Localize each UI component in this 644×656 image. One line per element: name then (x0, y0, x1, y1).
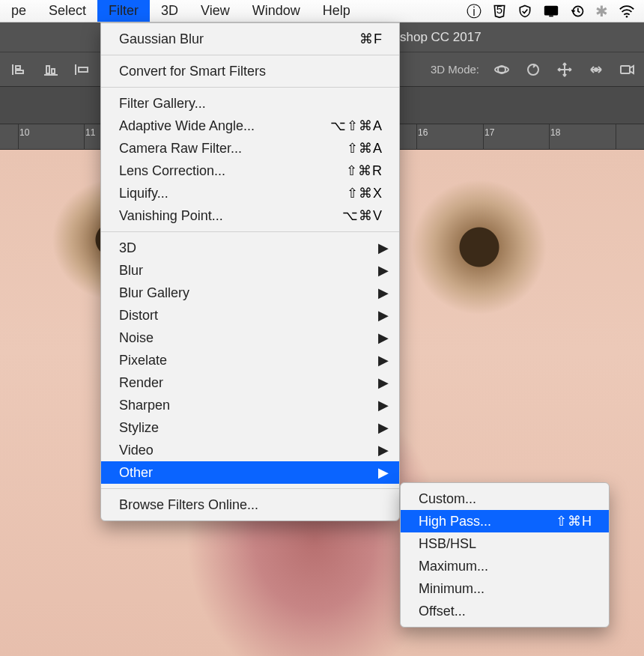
app-title: shop CC 2017 (400, 30, 482, 45)
submenu-item-high-pass[interactable]: High Pass...⇧⌘H (401, 510, 609, 532)
menu-item-lens-correction[interactable]: Lens Correction...⇧⌘R (101, 160, 399, 182)
html5-icon[interactable]: 5 (492, 4, 507, 19)
menubar-item-select[interactable]: Select (37, 0, 97, 22)
menu-item-stylize[interactable]: Stylize▶ (101, 416, 399, 439)
submenu-item-hsb-hsl[interactable]: HSB/HSL (401, 532, 609, 555)
menu-item-camera-raw[interactable]: Camera Raw Filter...⇧⌘A (101, 137, 399, 160)
menu-item-liquify[interactable]: Liquify...⇧⌘X (101, 182, 399, 204)
filter-menu: Gaussian Blur ⌘F Convert for Smart Filte… (100, 22, 400, 521)
submenu-item-offset[interactable]: Offset... (401, 600, 609, 622)
time-machine-icon[interactable] (570, 4, 585, 19)
macos-menubar: pe Select Filter 3D View Window Help ⓘ 5… (0, 0, 644, 22)
menu-item-video[interactable]: Video▶ (101, 439, 399, 461)
submenu-item-custom[interactable]: Custom... (401, 488, 609, 510)
wifi-icon[interactable] (619, 4, 635, 18)
menu-item-last-filter[interactable]: Gaussian Blur ⌘F (101, 28, 399, 50)
chevron-right-icon: ▶ (378, 285, 389, 301)
shield-icon[interactable] (517, 4, 532, 19)
3d-mode-label: 3D Mode: (431, 63, 479, 76)
menubar-item-view[interactable]: View (189, 0, 241, 22)
menubar-item-filter[interactable]: Filter (97, 0, 150, 22)
svg-point-8 (595, 68, 598, 71)
accessibility-icon[interactable]: ⓘ (467, 4, 482, 19)
svg-text:5: 5 (496, 4, 502, 16)
menubar-item-window[interactable]: Window (241, 0, 312, 22)
svg-rect-2 (549, 16, 553, 17)
menubar-item-3d[interactable]: 3D (150, 0, 189, 22)
menu-item-blur-gallery[interactable]: Blur Gallery▶ (101, 282, 399, 304)
align-left-icon[interactable] (10, 61, 28, 79)
align-left2-icon[interactable] (73, 61, 91, 79)
chevron-right-icon: ▶ (378, 442, 389, 458)
menu-item-adaptive-wide-angle[interactable]: Adaptive Wide Angle...⌥⇧⌘A (101, 115, 399, 137)
align-bottom-icon[interactable] (42, 61, 60, 79)
chevron-right-icon: ▶ (378, 464, 389, 481)
menu-item-browse-online[interactable]: Browse Filters Online... (101, 493, 399, 516)
svg-rect-9 (621, 66, 630, 73)
svg-point-4 (626, 16, 628, 18)
rotate-icon[interactable] (524, 61, 542, 79)
chevron-right-icon: ▶ (378, 352, 389, 368)
menubar-item-type[interactable]: pe (0, 0, 37, 22)
svg-point-7 (528, 64, 538, 75)
chevron-right-icon: ▶ (378, 240, 389, 256)
menu-item-noise[interactable]: Noise▶ (101, 327, 399, 349)
menu-item-other[interactable]: Other▶ (101, 461, 399, 484)
filter-other-submenu: Custom... High Pass...⇧⌘H HSB/HSL Maximu… (400, 482, 610, 628)
menu-item-distort[interactable]: Distort▶ (101, 304, 399, 327)
svg-point-6 (495, 67, 508, 73)
menu-item-filter-gallery[interactable]: Filter Gallery... (101, 92, 399, 115)
move-icon[interactable] (556, 61, 574, 79)
bluetooth-icon[interactable]: ✱ (595, 4, 608, 19)
chevron-right-icon: ▶ (378, 329, 389, 346)
submenu-item-maximum[interactable]: Maximum... (401, 555, 609, 577)
menu-item-render[interactable]: Render▶ (101, 371, 399, 394)
menubar-item-help[interactable]: Help (312, 0, 362, 22)
menu-item-vanishing-point[interactable]: Vanishing Point...⌥⌘V (101, 204, 399, 227)
chevron-right-icon: ▶ (378, 374, 389, 391)
menu-item-pixelate[interactable]: Pixelate▶ (101, 349, 399, 371)
submenu-item-minimum[interactable]: Minimum... (401, 577, 609, 600)
svg-rect-1 (544, 6, 558, 16)
menu-item-blur[interactable]: Blur▶ (101, 259, 399, 282)
orbit-icon[interactable] (493, 61, 511, 79)
menu-item-convert-smart[interactable]: Convert for Smart Filters (101, 60, 399, 82)
chevron-right-icon: ▶ (378, 262, 389, 279)
chevron-right-icon: ▶ (378, 307, 389, 324)
chevron-right-icon: ▶ (378, 397, 389, 413)
slide-icon[interactable] (587, 61, 605, 79)
menu-item-3d[interactable]: 3D▶ (101, 237, 399, 259)
chevron-right-icon: ▶ (378, 419, 389, 436)
display-icon[interactable] (543, 4, 559, 19)
camera-icon[interactable] (619, 61, 637, 79)
menu-item-sharpen[interactable]: Sharpen▶ (101, 394, 399, 416)
